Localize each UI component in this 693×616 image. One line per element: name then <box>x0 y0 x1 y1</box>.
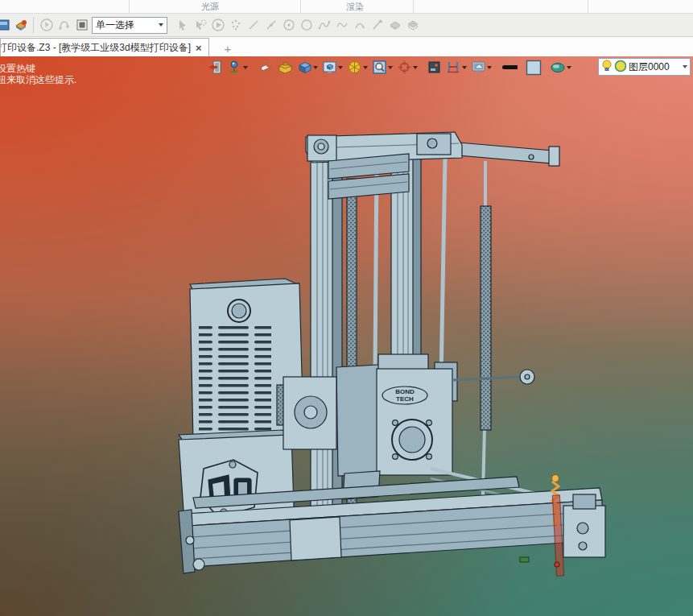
3d-printer-model[interactable]: BOND TECH <box>0 56 693 616</box>
chain-select-icon[interactable] <box>56 18 72 33</box>
document-tab-label: 打印设备.Z3 - [教学级工业级3d模型打印设备] <box>0 41 191 55</box>
document-tab-bar: 打印设备.Z3 - [教学级工业级3d模型打印设备] × + <box>0 37 693 56</box>
ribbon-separator <box>300 0 301 13</box>
ribbon-group-light: 光源 <box>201 1 219 13</box>
model-badge-line2: TECH <box>396 395 414 403</box>
new-tab-button[interactable]: + <box>219 40 237 56</box>
polyline-icon[interactable] <box>263 18 278 33</box>
spline-icon[interactable] <box>316 18 332 33</box>
selection-toolbar: 单一选择 <box>0 14 693 37</box>
ribbon-group-render: 渲染 <box>346 1 364 13</box>
selection-mode-combo[interactable]: 单一选择 <box>92 17 167 34</box>
play-icon[interactable] <box>210 18 225 33</box>
printer-geometry: BOND TECH <box>179 132 605 576</box>
selection-mode-value: 单一选择 <box>96 19 134 32</box>
close-icon[interactable]: × <box>196 42 202 54</box>
document-tab[interactable]: 打印设备.Z3 - [教学级工业级3d模型打印设备] × <box>0 38 209 56</box>
3d-viewport[interactable]: 设置热键 钮来取消这些提示. <box>0 56 693 616</box>
circle-center-icon[interactable] <box>281 18 296 33</box>
cursor-icon[interactable] <box>175 18 190 33</box>
model-badge-line1: BOND <box>395 388 415 395</box>
smart-pick-icon[interactable] <box>192 18 208 33</box>
pen-icon[interactable] <box>369 18 385 33</box>
ribbon-separator <box>129 0 130 13</box>
point-cloud-icon[interactable] <box>228 18 243 33</box>
orbit-select-icon[interactable] <box>39 18 54 33</box>
line-icon[interactable] <box>245 18 261 33</box>
iso-box-icon[interactable] <box>387 18 402 33</box>
viewport-style-icon[interactable] <box>13 18 28 33</box>
wave-icon[interactable] <box>334 18 349 33</box>
toolbar-separator <box>33 17 34 33</box>
chevron-down-icon <box>159 23 163 27</box>
ribbon-separator <box>588 0 588 13</box>
circle-icon[interactable] <box>299 18 314 33</box>
iso-box-alt-icon[interactable] <box>405 18 420 33</box>
window-manager-icon[interactable] <box>0 18 10 33</box>
region-select-icon[interactable] <box>74 18 89 33</box>
ribbon-separator <box>413 0 414 13</box>
ribbon-group-row: 光源 渲染 <box>0 0 693 14</box>
arc-icon[interactable] <box>352 18 367 33</box>
